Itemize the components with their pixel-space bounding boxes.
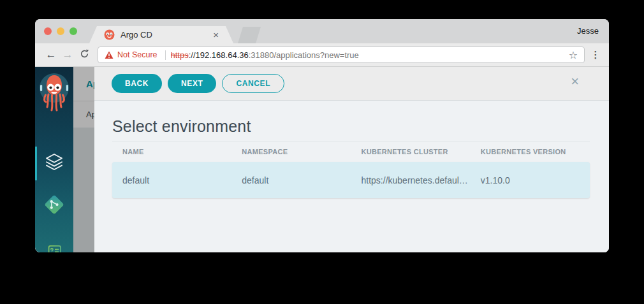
argocd-sidebar	[35, 67, 73, 252]
panel-toolbar: BACK NEXT CANCEL ×	[94, 67, 609, 101]
browser-window: Argo CD × Jesse ← → Not Secure https://1…	[35, 19, 609, 252]
sidebar-item-settings[interactable]	[43, 194, 65, 218]
tab-strip: Argo CD × Jesse	[35, 19, 609, 43]
url-separator: ://	[189, 50, 196, 60]
url-text[interactable]: https://192.168.64.36:31880/applications…	[171, 50, 564, 60]
active-nav-indicator	[35, 147, 37, 180]
sidebar-item-applications[interactable]	[44, 152, 64, 175]
url-host: 192.168.64.36	[196, 50, 249, 60]
git-commit-icon	[43, 194, 65, 215]
sidebar-item-help[interactable]	[44, 243, 65, 252]
zoom-window-button[interactable]	[70, 27, 77, 35]
browser-menu-icon[interactable]: ⋮	[590, 49, 601, 61]
new-application-panel: BACK NEXT CANCEL × Select environment NA…	[94, 67, 609, 252]
browser-profile-name[interactable]: Jesse	[577, 19, 599, 43]
column-header-cluster: KUBERNETES CLUSTER	[351, 148, 471, 156]
url-scheme: https	[171, 50, 189, 60]
forward-nav-icon[interactable]: →	[59, 48, 76, 61]
argocd-favicon-icon	[104, 29, 115, 40]
url-path: :31880/applications?new=true	[249, 50, 359, 60]
argocd-logo-icon	[39, 70, 70, 120]
tab-title: Argo CD	[121, 30, 152, 40]
close-window-button[interactable]	[44, 27, 52, 35]
minimize-window-button[interactable]	[57, 27, 64, 35]
back-button[interactable]: BACK	[112, 74, 162, 93]
panel-title: Select environment	[112, 117, 609, 136]
next-button[interactable]: NEXT	[168, 74, 216, 93]
cell-name: default	[112, 175, 231, 185]
table-header-row: NAME NAMESPACE KUBERNETES CLUSTER KUBERN…	[112, 141, 590, 162]
reload-icon[interactable]	[76, 49, 92, 61]
column-header-version: KUBERNETES VERSION	[471, 148, 590, 156]
column-header-namespace: NAMESPACE	[231, 148, 351, 156]
environments-table: NAME NAMESPACE KUBERNETES CLUSTER KUBERN…	[112, 141, 590, 198]
new-tab-button[interactable]	[238, 27, 261, 43]
tab-close-icon[interactable]: ×	[213, 29, 219, 40]
cell-namespace: default	[231, 175, 351, 185]
cell-cluster: https://kubernetes.defaul…	[351, 175, 471, 185]
bookmark-star-icon[interactable]: ☆	[569, 49, 578, 61]
url-bar[interactable]: Not Secure https://192.168.64.36:31880/a…	[98, 47, 585, 63]
browser-tab[interactable]: Argo CD ×	[89, 26, 233, 43]
layers-icon	[44, 152, 64, 172]
address-toolbar: ← → Not Secure https://192.168.64.36:318…	[35, 43, 609, 67]
column-header-name: NAME	[112, 148, 231, 156]
not-secure-label[interactable]: Not Secure	[117, 50, 157, 59]
close-panel-icon[interactable]: ×	[571, 75, 579, 89]
page-content: Applications Applications BACK NEXT CANC…	[35, 67, 609, 252]
cancel-button[interactable]: CANCEL	[222, 74, 284, 93]
help-book-icon	[44, 243, 65, 252]
back-nav-icon[interactable]: ←	[43, 48, 59, 61]
warning-triangle-icon	[105, 51, 113, 59]
table-row[interactable]: default default https://kubernetes.defau…	[112, 162, 590, 198]
url-divider	[165, 50, 166, 60]
cell-version: v1.10.0	[471, 175, 590, 185]
window-controls	[44, 27, 77, 35]
